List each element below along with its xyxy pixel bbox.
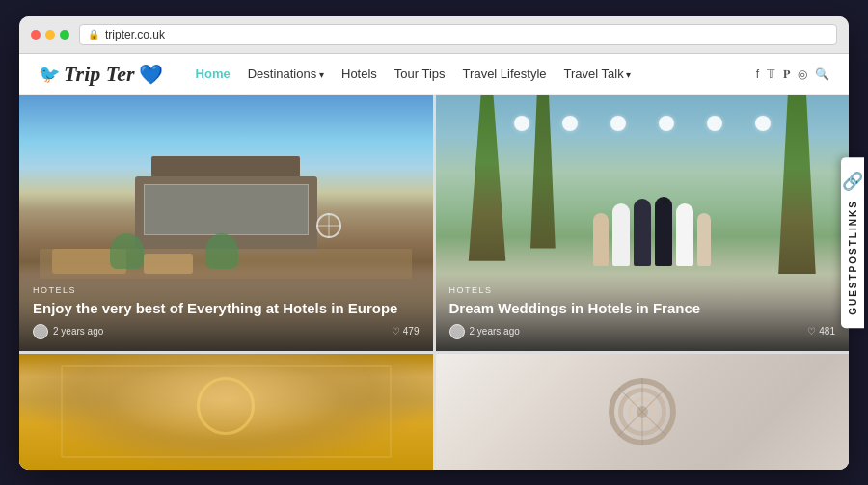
bird-icon: 🐦 — [39, 64, 60, 85]
balloon-2 — [562, 116, 578, 131]
avatar-1 — [33, 324, 48, 339]
heart-icon: 💙 — [139, 63, 163, 86]
avatar-2 — [449, 324, 465, 339]
nav-travel-talk[interactable]: Travel Talk — [564, 67, 632, 81]
lock-icon: 🔒 — [88, 29, 99, 40]
ceiling-border — [61, 365, 392, 458]
guestpost-label: GUESTPOSTLINKS — [848, 200, 858, 315]
twitter-icon[interactable]: 𝕋 — [767, 67, 775, 81]
heart-icon-1: ♡ — [392, 326, 400, 337]
card-rooftop[interactable]: HOTELS Enjoy the very best of Everything… — [19, 95, 433, 351]
card-category-2: HOTELS — [449, 285, 836, 295]
nav-bar: 🐦 Trip Ter 💙 Home Destinations Hotels To… — [19, 54, 849, 95]
content-area: HOTELS Enjoy the very best of Everything… — [19, 95, 849, 470]
card-thumb-1[interactable] — [19, 354, 433, 470]
close-button[interactable] — [31, 30, 41, 40]
logo-area[interactable]: 🐦 Trip Ter 💙 — [39, 62, 163, 87]
glass-roof — [144, 184, 309, 235]
card-meta-1: 2 years ago ♡ 479 — [33, 324, 420, 339]
card-meta-left-2: 2 years ago — [449, 324, 520, 339]
maximize-button[interactable] — [60, 30, 69, 40]
card-overlay-2: HOTELS Dream Weddings in Hotels in Franc… — [436, 274, 850, 351]
card-wedding[interactable]: HOTELS Dream Weddings in Hotels in Franc… — [436, 95, 850, 351]
minimize-button[interactable] — [45, 30, 55, 40]
balloon-6 — [755, 116, 771, 131]
page-container: 🔒 tripter.co.uk 🐦 Trip Ter 💙 Home Destin… — [0, 0, 868, 485]
heart-icon-2: ♡ — [807, 326, 816, 337]
search-icon[interactable]: 🔍 — [815, 67, 829, 81]
traffic-lights — [31, 30, 69, 40]
balloons — [498, 116, 787, 131]
guestpost-link-icon: 🔗 — [842, 171, 863, 192]
wedding-people — [498, 197, 807, 266]
building-top — [151, 156, 300, 176]
facebook-icon[interactable]: f — [756, 67, 759, 81]
nav-links: Home Destinations Hotels Tour Tips Trave… — [196, 67, 733, 81]
nav-home[interactable]: Home — [196, 67, 231, 81]
balloon-3 — [610, 116, 626, 131]
like-count-1: 479 — [403, 326, 420, 337]
nav-hotels[interactable]: Hotels — [341, 67, 377, 81]
nav-tour-tips[interactable]: Tour Tips — [394, 67, 446, 81]
card-meta-left-1: 2 years ago — [33, 324, 103, 339]
balloon-4 — [659, 116, 674, 131]
card-category-1: HOTELS — [33, 285, 420, 295]
furniture-table — [144, 254, 193, 274]
balloon-5 — [707, 116, 722, 131]
card-overlay-1: HOTELS Enjoy the very best of Everything… — [19, 274, 433, 351]
guestpost-tab[interactable]: 🔗 GUESTPOSTLINKS — [841, 157, 864, 329]
browser-chrome: 🔒 tripter.co.uk — [19, 16, 849, 54]
pinterest-icon[interactable]: 𝐏 — [783, 67, 790, 81]
time-ago-2: 2 years ago — [470, 326, 520, 337]
likes-1: ♡ 479 — [392, 326, 420, 337]
card-thumb-2[interactable] — [436, 354, 850, 470]
address-bar[interactable]: 🔒 tripter.co.uk — [79, 24, 837, 45]
nav-travel-lifestyle[interactable]: Travel Lifestyle — [463, 67, 547, 81]
time-ago-1: 2 years ago — [53, 326, 103, 337]
card-title-1: Enjoy the very best of Everything at Hot… — [33, 299, 420, 318]
ferris-spokes — [316, 213, 341, 238]
card-title-2: Dream Weddings in Hotels in France — [449, 299, 836, 318]
url-text: tripter.co.uk — [105, 28, 165, 41]
logo-text: Trip Ter — [64, 62, 135, 87]
like-count-2: 481 — [819, 326, 835, 337]
nav-destinations[interactable]: Destinations — [248, 67, 324, 81]
website-content: 🐦 Trip Ter 💙 Home Destinations Hotels To… — [19, 54, 849, 470]
card-meta-2: 2 years ago ♡ 481 — [449, 324, 836, 339]
balloon-1 — [514, 116, 529, 131]
instagram-icon[interactable]: ◎ — [798, 67, 807, 81]
plant-1 — [110, 233, 143, 269]
social-icons: f 𝕋 𝐏 ◎ 🔍 — [756, 67, 829, 81]
likes-2: ♡ 481 — [807, 326, 835, 337]
browser-window: 🔒 tripter.co.uk 🐦 Trip Ter 💙 Home Destin… — [19, 16, 849, 470]
plant-2 — [205, 233, 238, 269]
